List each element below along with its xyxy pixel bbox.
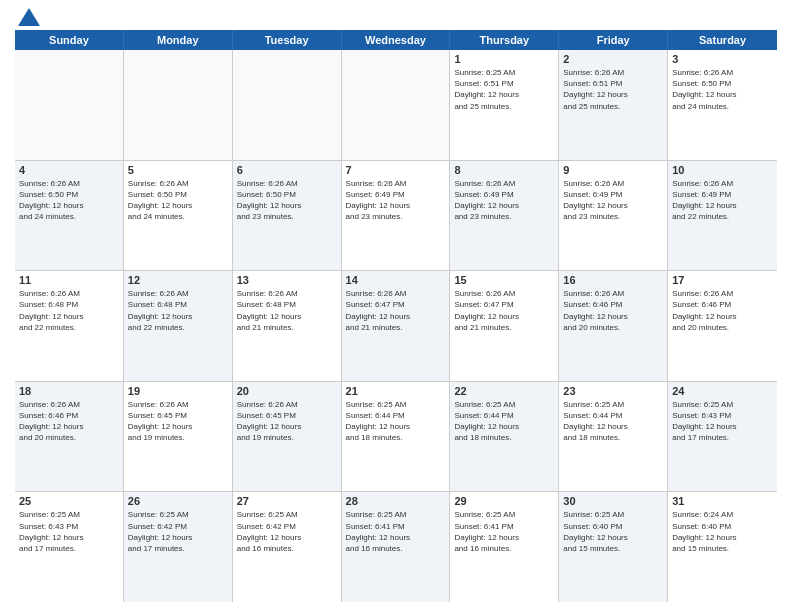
day-info: Sunrise: 6:26 AM Sunset: 6:46 PM Dayligh… xyxy=(563,288,663,333)
week-row-3: 11Sunrise: 6:26 AM Sunset: 6:48 PM Dayli… xyxy=(15,271,777,382)
day-number: 3 xyxy=(672,53,773,65)
day-number: 7 xyxy=(346,164,446,176)
header-day-wednesday: Wednesday xyxy=(342,30,451,50)
day-info: Sunrise: 6:26 AM Sunset: 6:50 PM Dayligh… xyxy=(237,178,337,223)
week-row-4: 18Sunrise: 6:26 AM Sunset: 6:46 PM Dayli… xyxy=(15,382,777,493)
day-info: Sunrise: 6:26 AM Sunset: 6:50 PM Dayligh… xyxy=(128,178,228,223)
week-row-1: 1Sunrise: 6:25 AM Sunset: 6:51 PM Daylig… xyxy=(15,50,777,161)
cal-cell: 21Sunrise: 6:25 AM Sunset: 6:44 PM Dayli… xyxy=(342,382,451,492)
day-number: 17 xyxy=(672,274,773,286)
cal-cell: 9Sunrise: 6:26 AM Sunset: 6:49 PM Daylig… xyxy=(559,161,668,271)
day-info: Sunrise: 6:26 AM Sunset: 6:45 PM Dayligh… xyxy=(128,399,228,444)
day-number: 14 xyxy=(346,274,446,286)
cal-cell: 29Sunrise: 6:25 AM Sunset: 6:41 PM Dayli… xyxy=(450,492,559,602)
header-day-saturday: Saturday xyxy=(668,30,777,50)
day-info: Sunrise: 6:25 AM Sunset: 6:42 PM Dayligh… xyxy=(128,509,228,554)
day-info: Sunrise: 6:26 AM Sunset: 6:51 PM Dayligh… xyxy=(563,67,663,112)
cal-cell: 10Sunrise: 6:26 AM Sunset: 6:49 PM Dayli… xyxy=(668,161,777,271)
day-info: Sunrise: 6:26 AM Sunset: 6:49 PM Dayligh… xyxy=(346,178,446,223)
day-info: Sunrise: 6:25 AM Sunset: 6:51 PM Dayligh… xyxy=(454,67,554,112)
day-number: 21 xyxy=(346,385,446,397)
cal-cell: 17Sunrise: 6:26 AM Sunset: 6:46 PM Dayli… xyxy=(668,271,777,381)
cal-cell: 23Sunrise: 6:25 AM Sunset: 6:44 PM Dayli… xyxy=(559,382,668,492)
day-number: 4 xyxy=(19,164,119,176)
svg-marker-0 xyxy=(18,8,40,26)
cal-cell xyxy=(342,50,451,160)
day-info: Sunrise: 6:26 AM Sunset: 6:48 PM Dayligh… xyxy=(237,288,337,333)
header-day-monday: Monday xyxy=(124,30,233,50)
day-number: 23 xyxy=(563,385,663,397)
day-number: 15 xyxy=(454,274,554,286)
day-info: Sunrise: 6:26 AM Sunset: 6:47 PM Dayligh… xyxy=(346,288,446,333)
day-info: Sunrise: 6:26 AM Sunset: 6:46 PM Dayligh… xyxy=(672,288,773,333)
cal-cell: 11Sunrise: 6:26 AM Sunset: 6:48 PM Dayli… xyxy=(15,271,124,381)
day-info: Sunrise: 6:24 AM Sunset: 6:40 PM Dayligh… xyxy=(672,509,773,554)
day-info: Sunrise: 6:26 AM Sunset: 6:48 PM Dayligh… xyxy=(128,288,228,333)
logo-icon xyxy=(18,8,40,26)
day-number: 24 xyxy=(672,385,773,397)
day-number: 22 xyxy=(454,385,554,397)
day-info: Sunrise: 6:25 AM Sunset: 6:44 PM Dayligh… xyxy=(563,399,663,444)
day-number: 31 xyxy=(672,495,773,507)
cal-cell: 28Sunrise: 6:25 AM Sunset: 6:41 PM Dayli… xyxy=(342,492,451,602)
day-info: Sunrise: 6:25 AM Sunset: 6:43 PM Dayligh… xyxy=(672,399,773,444)
day-info: Sunrise: 6:25 AM Sunset: 6:41 PM Dayligh… xyxy=(346,509,446,554)
day-info: Sunrise: 6:26 AM Sunset: 6:48 PM Dayligh… xyxy=(19,288,119,333)
day-number: 19 xyxy=(128,385,228,397)
header-day-sunday: Sunday xyxy=(15,30,124,50)
cal-cell xyxy=(15,50,124,160)
cal-cell: 14Sunrise: 6:26 AM Sunset: 6:47 PM Dayli… xyxy=(342,271,451,381)
day-number: 12 xyxy=(128,274,228,286)
day-number: 25 xyxy=(19,495,119,507)
day-number: 29 xyxy=(454,495,554,507)
day-number: 6 xyxy=(237,164,337,176)
header-day-tuesday: Tuesday xyxy=(233,30,342,50)
cal-cell: 15Sunrise: 6:26 AM Sunset: 6:47 PM Dayli… xyxy=(450,271,559,381)
week-row-5: 25Sunrise: 6:25 AM Sunset: 6:43 PM Dayli… xyxy=(15,492,777,602)
cal-cell: 7Sunrise: 6:26 AM Sunset: 6:49 PM Daylig… xyxy=(342,161,451,271)
day-info: Sunrise: 6:25 AM Sunset: 6:42 PM Dayligh… xyxy=(237,509,337,554)
cal-cell: 25Sunrise: 6:25 AM Sunset: 6:43 PM Dayli… xyxy=(15,492,124,602)
day-number: 8 xyxy=(454,164,554,176)
calendar: SundayMondayTuesdayWednesdayThursdayFrid… xyxy=(15,30,777,602)
calendar-header: SundayMondayTuesdayWednesdayThursdayFrid… xyxy=(15,30,777,50)
cal-cell: 6Sunrise: 6:26 AM Sunset: 6:50 PM Daylig… xyxy=(233,161,342,271)
day-number: 26 xyxy=(128,495,228,507)
day-info: Sunrise: 6:26 AM Sunset: 6:49 PM Dayligh… xyxy=(454,178,554,223)
week-row-2: 4Sunrise: 6:26 AM Sunset: 6:50 PM Daylig… xyxy=(15,161,777,272)
day-info: Sunrise: 6:26 AM Sunset: 6:46 PM Dayligh… xyxy=(19,399,119,444)
day-number: 28 xyxy=(346,495,446,507)
day-info: Sunrise: 6:25 AM Sunset: 6:44 PM Dayligh… xyxy=(346,399,446,444)
cal-cell: 8Sunrise: 6:26 AM Sunset: 6:49 PM Daylig… xyxy=(450,161,559,271)
cal-cell: 24Sunrise: 6:25 AM Sunset: 6:43 PM Dayli… xyxy=(668,382,777,492)
cal-cell xyxy=(124,50,233,160)
cal-cell: 1Sunrise: 6:25 AM Sunset: 6:51 PM Daylig… xyxy=(450,50,559,160)
day-info: Sunrise: 6:26 AM Sunset: 6:45 PM Dayligh… xyxy=(237,399,337,444)
cal-cell: 19Sunrise: 6:26 AM Sunset: 6:45 PM Dayli… xyxy=(124,382,233,492)
day-number: 9 xyxy=(563,164,663,176)
calendar-body: 1Sunrise: 6:25 AM Sunset: 6:51 PM Daylig… xyxy=(15,50,777,602)
day-number: 16 xyxy=(563,274,663,286)
day-number: 18 xyxy=(19,385,119,397)
cal-cell: 13Sunrise: 6:26 AM Sunset: 6:48 PM Dayli… xyxy=(233,271,342,381)
cal-cell: 3Sunrise: 6:26 AM Sunset: 6:50 PM Daylig… xyxy=(668,50,777,160)
day-info: Sunrise: 6:25 AM Sunset: 6:40 PM Dayligh… xyxy=(563,509,663,554)
day-info: Sunrise: 6:25 AM Sunset: 6:43 PM Dayligh… xyxy=(19,509,119,554)
logo xyxy=(15,10,40,22)
header-day-thursday: Thursday xyxy=(450,30,559,50)
cal-cell: 30Sunrise: 6:25 AM Sunset: 6:40 PM Dayli… xyxy=(559,492,668,602)
cal-cell: 5Sunrise: 6:26 AM Sunset: 6:50 PM Daylig… xyxy=(124,161,233,271)
cal-cell: 26Sunrise: 6:25 AM Sunset: 6:42 PM Dayli… xyxy=(124,492,233,602)
day-info: Sunrise: 6:26 AM Sunset: 6:50 PM Dayligh… xyxy=(19,178,119,223)
day-info: Sunrise: 6:25 AM Sunset: 6:44 PM Dayligh… xyxy=(454,399,554,444)
cal-cell: 20Sunrise: 6:26 AM Sunset: 6:45 PM Dayli… xyxy=(233,382,342,492)
day-info: Sunrise: 6:25 AM Sunset: 6:41 PM Dayligh… xyxy=(454,509,554,554)
day-number: 20 xyxy=(237,385,337,397)
cal-cell: 18Sunrise: 6:26 AM Sunset: 6:46 PM Dayli… xyxy=(15,382,124,492)
cal-cell: 31Sunrise: 6:24 AM Sunset: 6:40 PM Dayli… xyxy=(668,492,777,602)
cal-cell: 16Sunrise: 6:26 AM Sunset: 6:46 PM Dayli… xyxy=(559,271,668,381)
cal-cell: 22Sunrise: 6:25 AM Sunset: 6:44 PM Dayli… xyxy=(450,382,559,492)
cal-cell: 2Sunrise: 6:26 AM Sunset: 6:51 PM Daylig… xyxy=(559,50,668,160)
page: SundayMondayTuesdayWednesdayThursdayFrid… xyxy=(0,0,792,612)
day-number: 1 xyxy=(454,53,554,65)
